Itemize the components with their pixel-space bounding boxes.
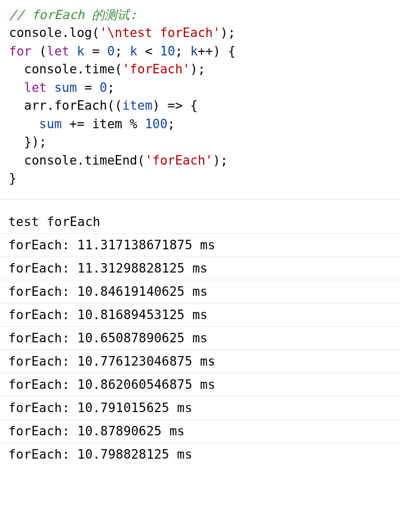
code-block: // forEach 的测试: console.log('\ntest forE… [0,0,400,200]
arr-name: arr [24,98,47,113]
console-row: forEach: 10.798828125 ms [0,443,400,466]
console-row: forEach: 10.791015625 ms [0,396,400,419]
console-row: forEach: 10.84619140625 ms [0,280,400,303]
console-row: forEach: 10.862060546875 ms [0,373,400,396]
console-row: forEach: 10.87890625 ms [0,419,400,443]
console-header: test forEach [0,209,400,233]
console-row: forEach: 10.776123046875 ms [0,349,400,373]
log-arg: '\ntest forEach' [100,26,220,40]
loop-limit: 10 [160,44,175,58]
loop-var: k [77,44,85,58]
console-row: forEach: 11.317138671875 ms [0,233,400,256]
code-comment: // forEach 的测试: [9,8,137,22]
console-output: test forEach forEach: 11.317138671875 ms… [0,200,400,466]
console-row: forEach: 11.31298828125 ms [0,256,400,280]
loop-start: 0 [107,44,115,58]
item-name: item [122,98,153,113]
sum-var: sum [54,81,77,95]
mod-val: 100 [145,117,168,131]
time-label: 'forEach' [122,62,190,76]
console-row: forEach: 10.81689453125 ms [0,303,400,326]
sum-init: 0 [100,81,107,95]
console-row: forEach: 10.65087890625 ms [0,326,400,349]
timeend-label: 'forEach' [145,153,213,168]
